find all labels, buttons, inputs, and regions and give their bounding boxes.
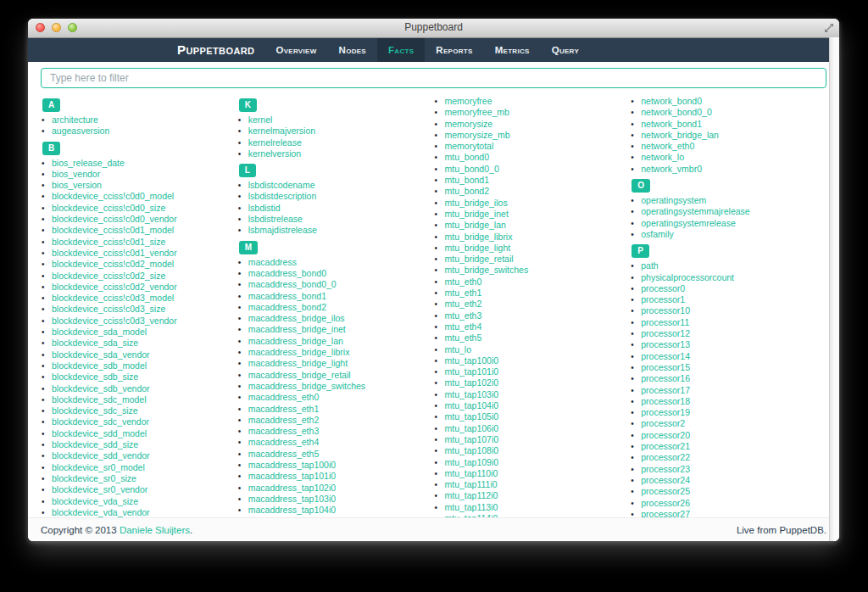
fact-link[interactable]: processor17 (641, 385, 690, 395)
fact-link[interactable]: kernel (248, 114, 273, 125)
fact-link[interactable]: macaddress_eth4 (248, 437, 319, 447)
close-button[interactable] (36, 23, 45, 32)
fact-link[interactable]: macaddress_bond1 (248, 291, 326, 301)
fact-link[interactable]: blockdevice_sdb_size (52, 371, 138, 382)
fact-link[interactable]: mtu_tap102i0 (445, 377, 499, 388)
fact-link[interactable]: mtu_bridge_librix (445, 232, 513, 242)
fact-link[interactable]: macaddress_tap105i0 (248, 517, 336, 518)
fact-link[interactable]: blockdevice_cciss!c0d2_model (52, 259, 174, 269)
fact-link[interactable]: blockdevice_sdd_vendor (52, 450, 150, 461)
fact-link[interactable]: lsbdistdescription (248, 191, 317, 201)
fact-link[interactable]: macaddress_tap100i0 (248, 460, 336, 470)
fact-link[interactable]: mtu_tap107i0 (445, 434, 499, 444)
fact-link[interactable]: macaddress (248, 257, 297, 267)
fact-link[interactable]: memoryfree_mb (445, 107, 509, 117)
fact-link[interactable]: kernelversion (248, 148, 301, 159)
fact-link[interactable]: network_bond1 (641, 119, 702, 129)
fact-link[interactable]: architecture (52, 114, 98, 125)
fact-link[interactable]: macaddress_eth2 (248, 415, 319, 425)
navbar-brand[interactable]: Puppetboard (177, 38, 254, 62)
fact-link[interactable]: mtu_bridge_lan (445, 220, 506, 230)
fact-link[interactable]: memorysize (445, 119, 493, 129)
fact-link[interactable]: bios_version (52, 180, 102, 190)
fact-link[interactable]: macaddress_tap102i0 (248, 483, 336, 493)
nav-item-nodes[interactable]: Nodes (328, 38, 377, 62)
fact-link[interactable]: processor24 (641, 475, 690, 485)
fact-link[interactable]: macaddress_bridge_inet (248, 324, 346, 334)
fact-link[interactable]: path (641, 260, 658, 271)
fact-link[interactable]: blockdevice_sdd_size (52, 439, 138, 450)
fact-link[interactable]: lsbdistid (248, 203, 281, 213)
fact-link[interactable]: network_bond0_0 (641, 107, 711, 117)
fact-link[interactable]: processor10 (641, 305, 690, 316)
fact-link[interactable]: processor14 (641, 351, 690, 361)
fact-link[interactable]: blockdevice_sr0_size (52, 473, 136, 483)
fact-link[interactable]: kernelmajversion (248, 126, 315, 136)
fact-link[interactable]: blockdevice_cciss!c0d1_size (52, 237, 165, 247)
fact-link[interactable]: mtu_tap106i0 (445, 423, 499, 433)
nav-item-reports[interactable]: Reports (425, 38, 483, 62)
fact-link[interactable]: processor13 (641, 339, 690, 349)
fact-link[interactable]: processor22 (641, 452, 690, 462)
fact-link[interactable]: network_bridge_lan (641, 130, 719, 140)
fact-link[interactable]: operatingsystemrelease (641, 218, 735, 228)
fact-link[interactable]: mtu_eth0 (445, 276, 482, 287)
fact-link[interactable]: processor1 (641, 294, 685, 304)
fact-link[interactable]: mtu_lo (445, 344, 472, 355)
fact-link[interactable]: mtu_bridge_ilos (445, 198, 508, 208)
fact-link[interactable]: blockdevice_cciss!c0d0_vendor (52, 214, 177, 224)
fact-link[interactable]: macaddress_bond0_0 (248, 279, 337, 289)
fact-link[interactable]: memorysize_mb (445, 130, 510, 140)
fact-link[interactable]: mtu_bridge_inet (445, 209, 509, 219)
fact-link[interactable]: blockdevice_cciss!c0d3_vendor (52, 316, 177, 326)
author-link[interactable]: Daniele Sluijters (120, 525, 190, 535)
fact-link[interactable]: network_vmbr0 (641, 164, 702, 174)
fact-link[interactable]: network_lo (641, 152, 684, 162)
fact-link[interactable]: mtu_tap111i0 (445, 479, 498, 489)
fact-link[interactable]: mtu_tap113i0 (445, 502, 498, 512)
fact-link[interactable]: blockdevice_cciss!c0d2_vendor (52, 282, 177, 292)
filter-input[interactable] (41, 68, 826, 88)
zoom-button[interactable] (68, 23, 77, 32)
fact-link[interactable]: mtu_tap104i0 (445, 400, 499, 410)
nav-item-query[interactable]: Query (541, 38, 590, 62)
fact-link[interactable]: blockdevice_sdb_model (52, 360, 147, 371)
fact-link[interactable]: processor18 (641, 396, 690, 406)
fact-link[interactable]: blockdevice_sdc_size (52, 405, 138, 416)
fact-link[interactable]: blockdevice_cciss!c0d1_vendor (52, 248, 177, 258)
fact-link[interactable]: macaddress_bond0 (248, 268, 326, 278)
fact-link[interactable]: blockdevice_sdd_model (52, 428, 147, 438)
fact-link[interactable]: macaddress_eth5 (248, 449, 319, 459)
fact-link[interactable]: operatingsystem (641, 195, 706, 205)
fact-link[interactable]: network_bond0 (641, 96, 702, 106)
fact-link[interactable]: processor27 (641, 509, 690, 517)
nav-item-overview[interactable]: Overview (264, 38, 327, 62)
fact-link[interactable]: mtu_eth5 (445, 332, 482, 343)
fact-link[interactable]: mtu_tap103i0 (445, 389, 499, 399)
fact-link[interactable]: macaddress_tap104i0 (248, 505, 336, 515)
fact-link[interactable]: blockdevice_cciss!c0d0_model (52, 191, 174, 201)
fact-link[interactable]: processor0 (641, 283, 685, 293)
fact-link[interactable]: mtu_eth3 (445, 310, 482, 321)
fact-link[interactable]: processor21 (641, 441, 690, 451)
fact-link[interactable]: blockdevice_sdc_model (52, 394, 146, 405)
fact-link[interactable]: operatingsystemmajrelease (641, 206, 749, 216)
fact-link[interactable]: mtu_tap112i0 (445, 490, 498, 500)
fact-link[interactable]: macaddress_bridge_retail (248, 370, 351, 380)
fact-link[interactable]: blockdevice_cciss!c0d1_model (52, 225, 174, 235)
fact-link[interactable]: macaddress_bridge_librix (248, 347, 350, 357)
fact-link[interactable]: mtu_bond1 (445, 175, 490, 185)
fact-link[interactable]: mtu_tap100i0 (445, 355, 499, 366)
fact-link[interactable]: mtu_bridge_switches (445, 265, 529, 275)
fact-link[interactable]: mtu_bond2 (445, 186, 490, 196)
fact-link[interactable]: memorytotal (445, 141, 494, 151)
fact-link[interactable]: processor15 (641, 362, 690, 372)
fact-link[interactable]: physicalprocessorcount (641, 272, 734, 282)
fact-link[interactable]: processor26 (641, 498, 690, 508)
fact-link[interactable]: blockdevice_vda_vendor (52, 507, 150, 517)
fact-link[interactable]: blockdevice_sr0_model (52, 462, 145, 472)
fact-link[interactable]: osfamily (641, 229, 674, 239)
fact-link[interactable]: mtu_eth2 (445, 299, 482, 309)
fact-link[interactable]: lsbdistcodename (248, 180, 315, 190)
fact-link[interactable]: blockdevice_sr0_vendor (52, 484, 147, 494)
